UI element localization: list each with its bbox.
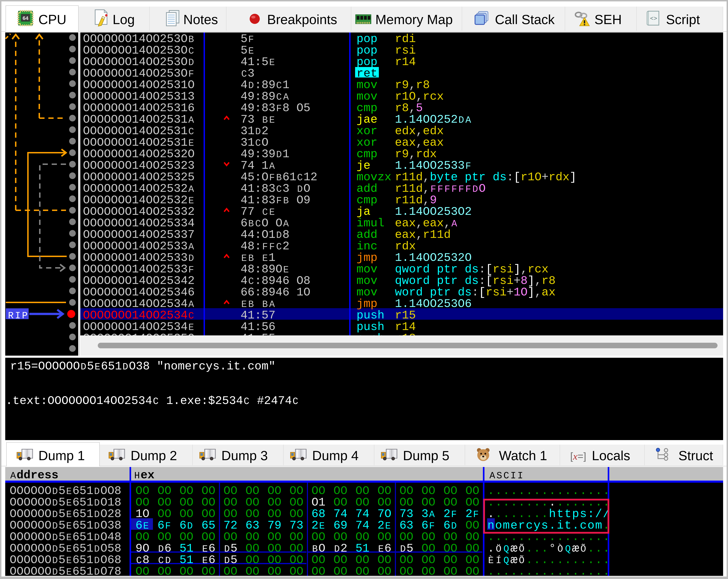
svg-text:64: 64 [23, 15, 28, 21]
svg-text:<>: <> [650, 15, 657, 22]
